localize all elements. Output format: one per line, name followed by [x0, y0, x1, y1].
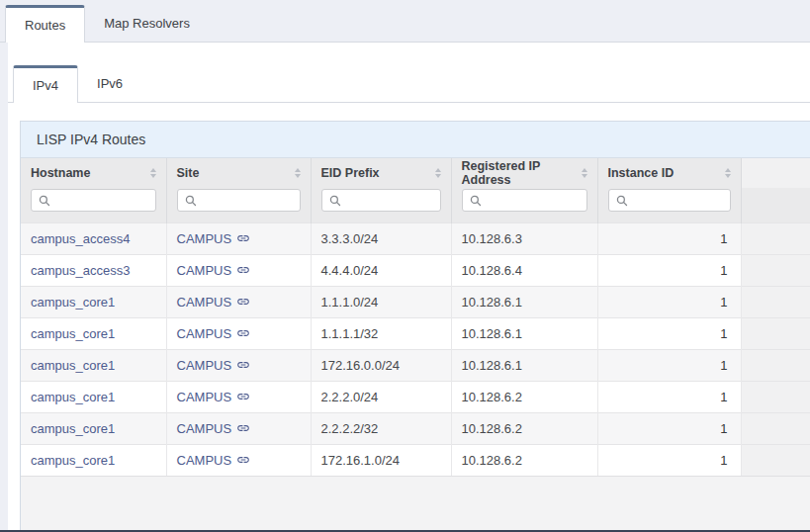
table-body: campus_access4 CAMPUS 3.3.3.0/24 10.128.…	[21, 222, 810, 476]
instance-id-value: 1	[597, 381, 741, 412]
hostname-value: campus_core1	[31, 453, 115, 468]
instance-id-value: 1	[597, 317, 741, 349]
eid-prefix-value: 1.1.1.0/24	[311, 286, 451, 317]
tab-ipv4-label: IPv4	[33, 78, 58, 93]
instance-id-value: 1	[597, 222, 741, 254]
eid-prefix-value: 2.2.2.2/32	[311, 412, 451, 444]
hostname-link[interactable]: campus_access3	[31, 263, 130, 278]
search-icon	[470, 195, 482, 207]
link-icon	[236, 326, 250, 340]
row-filler-cell	[741, 222, 810, 254]
tab-map-resolvers[interactable]: Map Resolvers	[85, 4, 209, 42]
link-icon	[236, 453, 250, 467]
column-header-hostname-label: Hostname	[31, 166, 90, 180]
column-header-instance-id-label: Instance ID	[608, 166, 675, 180]
registered-ip-filter-box	[462, 189, 587, 212]
column-header-eid-prefix[interactable]: EID Prefix	[311, 158, 451, 188]
site-link[interactable]: CAMPUS	[177, 231, 251, 246]
column-header-instance-id[interactable]: Instance ID	[597, 158, 741, 188]
instance-id-value: 1	[597, 254, 741, 286]
hostname-value: campus_access4	[31, 231, 130, 246]
site-link[interactable]: CAMPUS	[177, 358, 251, 373]
site-value: CAMPUS	[177, 326, 232, 341]
instance-id-value: 1	[597, 412, 741, 444]
site-link[interactable]: CAMPUS	[177, 326, 251, 341]
hostname-link[interactable]: campus_core1	[31, 326, 115, 341]
site-filter-input[interactable]	[203, 194, 293, 208]
search-icon	[185, 195, 197, 207]
sort-icon	[435, 168, 441, 178]
app-viewport: Routes Map Resolvers IPv4 IPv6 LISP IPv4…	[0, 0, 810, 532]
table-row: campus_core1 CAMPUS 2.2.2.0/24 10.128.6.…	[21, 381, 810, 412]
site-link[interactable]: CAMPUS	[177, 421, 251, 436]
header-filler-cell	[741, 158, 810, 188]
search-icon	[329, 195, 341, 207]
site-link[interactable]: CAMPUS	[177, 263, 251, 278]
tab-ipv6[interactable]: IPv6	[78, 64, 141, 102]
table-row: campus_core1 CAMPUS 172.16.1.0/24 10.128…	[21, 444, 810, 476]
eid-prefix-value: 172.16.1.0/24	[311, 444, 451, 476]
registered-ip-value: 10.128.6.1	[451, 317, 597, 349]
registered-ip-value: 10.128.6.1	[451, 349, 597, 381]
table-row: campus_core1 CAMPUS 2.2.2.2/32 10.128.6.…	[21, 412, 810, 444]
row-filler-cell	[741, 286, 810, 317]
hostname-filter-cell	[21, 188, 166, 222]
tab-ipv4[interactable]: IPv4	[13, 65, 78, 103]
site-link[interactable]: CAMPUS	[177, 453, 251, 468]
site-filter-cell	[166, 188, 311, 222]
instance-id-filter-cell	[597, 188, 741, 222]
tab-map-resolvers-label: Map Resolvers	[104, 16, 190, 31]
site-filter-box	[177, 189, 301, 212]
eid-prefix-filter-box	[321, 189, 441, 212]
tab-routes-label: Routes	[25, 18, 65, 33]
registered-ip-value: 10.128.6.2	[451, 444, 597, 476]
sort-icon	[150, 168, 156, 178]
instance-id-value: 1	[597, 444, 741, 476]
hostname-link[interactable]: campus_core1	[31, 295, 115, 310]
table-row: campus_core1 CAMPUS 1.1.1.1/32 10.128.6.…	[21, 317, 810, 349]
panel-header: LISP IPv4 Routes	[21, 122, 810, 158]
hostname-link[interactable]: campus_core1	[31, 421, 115, 436]
row-filler-cell	[741, 412, 810, 444]
link-icon	[236, 358, 250, 372]
table-row: campus_access3 CAMPUS 4.4.4.0/24 10.128.…	[21, 254, 810, 286]
instance-id-filter-input[interactable]	[634, 194, 723, 208]
site-value: CAMPUS	[177, 231, 232, 246]
eid-prefix-value: 4.4.4.0/24	[311, 254, 451, 286]
hostname-link[interactable]: campus_core1	[31, 358, 115, 373]
registered-ip-filter-cell	[451, 188, 597, 222]
column-header-eid-prefix-label: EID Prefix	[321, 166, 380, 180]
eid-prefix-filter-input[interactable]	[347, 194, 433, 208]
eid-prefix-value: 172.16.0.0/24	[311, 349, 451, 381]
table-row: campus_core1 CAMPUS 1.1.1.0/24 10.128.6.…	[21, 286, 810, 317]
site-value: CAMPUS	[177, 453, 232, 468]
hostname-link[interactable]: campus_access4	[31, 231, 130, 246]
link-icon	[236, 263, 250, 277]
hostname-link[interactable]: campus_core1	[31, 390, 115, 404]
table-header-row: Hostname Site EID Prefix Registered	[21, 158, 810, 188]
tab-routes[interactable]: Routes	[5, 5, 85, 43]
hostname-filter-box	[31, 189, 156, 212]
table-filter-row	[21, 188, 810, 222]
site-value: CAMPUS	[177, 295, 232, 310]
registered-ip-value: 10.128.6.4	[451, 254, 597, 286]
hostname-value: campus_access3	[31, 263, 130, 278]
instance-id-value: 1	[597, 286, 741, 317]
site-link[interactable]: CAMPUS	[177, 390, 251, 404]
link-icon	[236, 421, 250, 435]
filter-filler-cell	[741, 188, 810, 222]
panel-title: LISP IPv4 Routes	[37, 132, 145, 147]
column-header-registered-ip-label: Registered IP Address	[462, 159, 576, 187]
column-header-hostname[interactable]: Hostname	[21, 158, 166, 188]
lisp-ipv4-routes-panel: LISP IPv4 Routes Hostname Site	[20, 121, 810, 532]
registered-ip-value: 10.128.6.2	[451, 412, 597, 444]
hostname-link[interactable]: campus_core1	[31, 453, 115, 468]
column-header-registered-ip[interactable]: Registered IP Address	[451, 158, 597, 188]
registered-ip-value: 10.128.6.2	[451, 381, 597, 412]
hostname-filter-input[interactable]	[56, 194, 148, 208]
column-header-site[interactable]: Site	[166, 158, 311, 188]
site-link[interactable]: CAMPUS	[177, 295, 251, 310]
column-header-site-label: Site	[177, 166, 200, 180]
registered-ip-filter-input[interactable]	[488, 194, 580, 208]
registered-ip-value: 10.128.6.1	[451, 286, 597, 317]
